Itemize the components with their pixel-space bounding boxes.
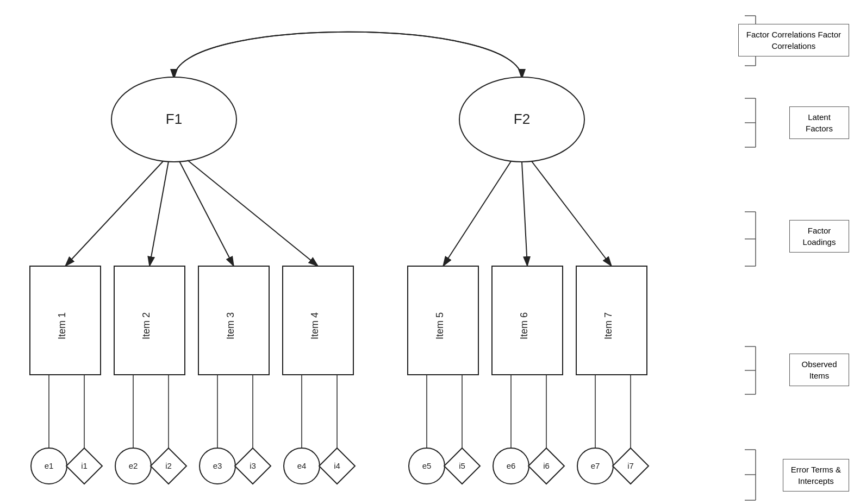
loading-f2-item5 bbox=[443, 161, 511, 266]
main-svg: F1 F2 Item 1 Item 2 Item 3 Item 4 Item 5… bbox=[0, 0, 860, 504]
legend-factor-correlations-text: Factor Correlations bbox=[746, 30, 816, 39]
item4-label: Item 4 bbox=[309, 312, 320, 339]
diagram-container: F1 F2 Item 1 Item 2 Item 3 Item 4 Item 5… bbox=[0, 0, 860, 504]
e1-label: e1 bbox=[45, 461, 54, 470]
loading-f2-item6 bbox=[522, 162, 527, 266]
e5-label: e5 bbox=[422, 461, 432, 470]
item3-label: Item 3 bbox=[225, 312, 236, 339]
i3-label: i3 bbox=[250, 461, 256, 470]
item5-label: Item 5 bbox=[434, 312, 445, 339]
i4-label: i4 bbox=[334, 461, 340, 470]
item7-label: Item 7 bbox=[603, 312, 614, 339]
factor-f1-label: F1 bbox=[166, 111, 182, 127]
factor-correlation-arrow-f1-to-f2 bbox=[174, 32, 522, 79]
item6-label: Item 6 bbox=[519, 312, 529, 339]
e6-label: e6 bbox=[507, 461, 516, 470]
item1-label: Item 1 bbox=[57, 312, 67, 339]
factor-f2-label: F2 bbox=[514, 111, 530, 127]
loading-f1-item4 bbox=[188, 160, 318, 266]
loading-f2-item7 bbox=[532, 161, 612, 266]
e4-label: e4 bbox=[297, 461, 307, 470]
loading-f1-item1 bbox=[65, 161, 163, 266]
legend-factor-loadings: FactorLoadings bbox=[789, 220, 849, 253]
i7-label: i7 bbox=[627, 461, 634, 470]
item2-label: Item 2 bbox=[141, 312, 152, 339]
legend-latent-factors: LatentFactors bbox=[789, 106, 849, 139]
i1-label: i1 bbox=[81, 461, 88, 470]
factor-correlation-arrow-f2-to-f1 bbox=[174, 32, 522, 79]
legend-observed-items: ObservedItems bbox=[789, 354, 849, 386]
legend-error-terms: Error Terms &Intercepts bbox=[783, 459, 849, 492]
loading-f1-item2 bbox=[149, 161, 169, 266]
i5-label: i5 bbox=[459, 461, 465, 470]
e2-label: e2 bbox=[129, 461, 138, 470]
e3-label: e3 bbox=[213, 461, 222, 470]
e7-label: e7 bbox=[591, 461, 600, 470]
i2-label: i2 bbox=[165, 461, 172, 470]
legend-factor-correlations: Factor Correlations FactorCorrelations bbox=[738, 24, 849, 56]
i6-label: i6 bbox=[543, 461, 550, 470]
loading-f1-item3 bbox=[179, 161, 234, 266]
